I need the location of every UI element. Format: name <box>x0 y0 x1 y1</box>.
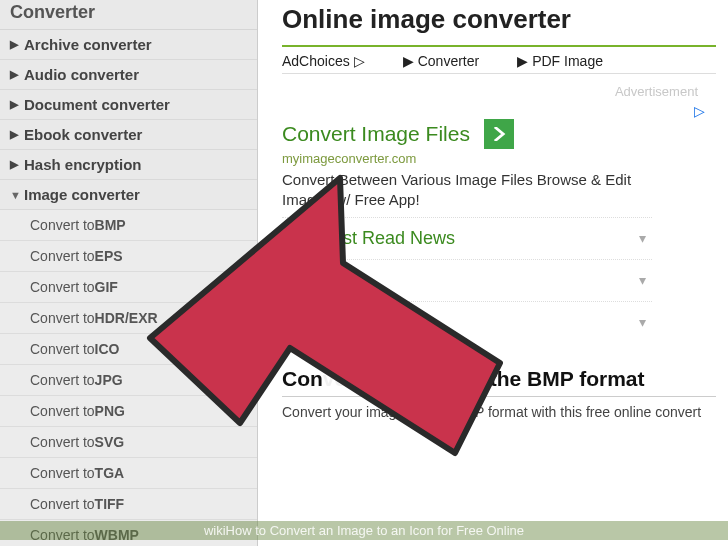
section-description: Convert your images to the BMP format wi… <box>282 403 716 423</box>
sidebar-item-tiff[interactable]: Convert to TIFF <box>0 489 257 520</box>
ad-link-converter[interactable]: ▶ Converter <box>403 53 479 69</box>
ad-block: ▷ Convert Image Files myimageconverter.c… <box>282 101 716 217</box>
sidebar-category-ebook[interactable]: ▶ Ebook converter <box>0 120 257 150</box>
ad-title[interactable]: Convert Image Files <box>282 119 706 149</box>
chevron-down-icon: ▾ <box>639 230 646 246</box>
page-title: Online image converter <box>282 4 716 35</box>
ad-info-icon[interactable]: ▷ <box>694 103 710 119</box>
ad-link-pdf-image[interactable]: ▶ PDF Image <box>517 53 603 69</box>
sidebar-category-audio[interactable]: ▶ Audio converter <box>0 60 257 90</box>
chevron-down-icon: ▾ <box>639 314 646 330</box>
sidebar-item-tga[interactable]: Convert to TGA <box>0 458 257 489</box>
ad-link-bar: AdChoices ▷ ▶ Converter ▶ PDF Image <box>282 45 716 74</box>
sidebar-category-image[interactable]: ▼ Image converter <box>0 180 257 210</box>
adchoices-icon: ▷ <box>354 53 365 69</box>
category-label: Image converter <box>24 186 140 203</box>
play-icon: ▶ <box>517 53 528 69</box>
category-label: Audio converter <box>24 66 139 83</box>
section-title: Convert an image to the BMP format <box>282 367 716 397</box>
triangle-right-icon: ▶ <box>10 38 24 51</box>
chevron-right-icon <box>492 127 506 141</box>
sidebar-item-svg[interactable]: Convert to SVG <box>0 427 257 458</box>
ad-go-button[interactable] <box>484 119 514 149</box>
watermark: wikiHow to Convert an Image to an Icon f… <box>0 521 728 540</box>
sidebar-heading: Converter <box>0 0 257 30</box>
sidebar-item-ico[interactable]: Convert to ICO <box>0 334 257 365</box>
triangle-right-icon: ▶ <box>10 158 24 171</box>
collapser-download[interactable]: nload ▾ <box>282 259 652 301</box>
chevron-down-icon: ▾ <box>639 272 646 288</box>
category-label: Ebook converter <box>24 126 142 143</box>
adchoices-link[interactable]: AdChoices ▷ <box>282 53 365 69</box>
category-label: Document converter <box>24 96 170 113</box>
collapser-other[interactable]: r ▾ <box>282 301 652 343</box>
triangle-right-icon: ▶ <box>10 68 24 81</box>
sidebar-item-bmp[interactable]: Convert to BMP <box>0 210 257 241</box>
sidebar-item-gif[interactable]: Convert to GIF <box>0 272 257 303</box>
category-label: Archive converter <box>24 36 152 53</box>
collapser-news[interactable]: The Must Read News ▾ <box>282 217 652 259</box>
sidebar-category-hash[interactable]: ▶ Hash encryption <box>0 150 257 180</box>
main-content: Online image converter AdChoices ▷ ▶ Con… <box>258 0 728 546</box>
triangle-right-icon: ▶ <box>10 98 24 111</box>
sidebar-item-png[interactable]: Convert to PNG <box>0 396 257 427</box>
category-label: Hash encryption <box>24 156 142 173</box>
ad-description: Convert Between Various Image Files Brow… <box>282 170 642 211</box>
sidebar-item-jpg[interactable]: Convert to JPG <box>0 365 257 396</box>
sidebar-category-document[interactable]: ▶ Document converter <box>0 90 257 120</box>
advertisement-label: Advertisement <box>282 74 716 101</box>
sidebar: Converter ▶ Archive converter ▶ Audio co… <box>0 0 258 546</box>
sidebar-item-hdr[interactable]: Convert to HDR/EXR <box>0 303 257 334</box>
sidebar-category-archive[interactable]: ▶ Archive converter <box>0 30 257 60</box>
sidebar-item-eps[interactable]: Convert to EPS <box>0 241 257 272</box>
triangle-right-icon: ▶ <box>10 128 24 141</box>
triangle-down-icon: ▼ <box>10 189 24 201</box>
ad-domain: myimageconverter.com <box>282 151 706 166</box>
play-icon: ▶ <box>403 53 414 69</box>
